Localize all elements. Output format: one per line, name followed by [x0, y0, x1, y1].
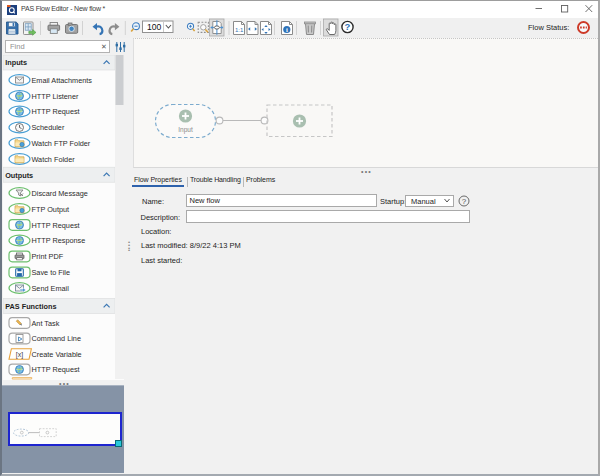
svg-text:?: ? — [345, 21, 351, 32]
svg-text:FTP Output: FTP Output — [32, 205, 70, 214]
svg-text:HTTP Listener: HTTP Listener — [32, 92, 79, 101]
svg-text:HTTP Request: HTTP Request — [32, 221, 80, 230]
svg-text:Input: Input — [178, 126, 193, 134]
svg-text:i: i — [286, 26, 288, 33]
svg-text:Watch Folder: Watch Folder — [32, 155, 76, 164]
svg-text:[x]: [x] — [16, 351, 23, 359]
svg-text:Outputs: Outputs — [5, 171, 33, 180]
svg-text:Save to File: Save to File — [32, 268, 71, 277]
svg-text:Print PDF: Print PDF — [32, 252, 64, 261]
svg-text:PAS Functions: PAS Functions — [5, 302, 56, 311]
svg-text:HTTP Response: HTTP Response — [32, 236, 86, 245]
svg-text:Watch FTP Folder: Watch FTP Folder — [32, 139, 91, 148]
svg-text:1:1: 1:1 — [235, 27, 244, 33]
svg-text:Send Email: Send Email — [32, 284, 70, 293]
svg-text:?: ? — [462, 197, 467, 206]
svg-text:Ant Task: Ant Task — [32, 319, 60, 328]
svg-text:HTTP Request: HTTP Request — [32, 365, 80, 374]
svg-text:100: 100 — [147, 22, 162, 32]
svg-text:HTTP Request: HTTP Request — [32, 107, 80, 116]
svg-text:Discard Message: Discard Message — [32, 189, 88, 198]
svg-text:Command Line: Command Line — [32, 334, 81, 343]
svg-text:Create Variable: Create Variable — [32, 350, 82, 359]
svg-text:Inputs: Inputs — [5, 58, 27, 67]
svg-text:Scheduler: Scheduler — [32, 123, 65, 132]
svg-text:Email Attachments: Email Attachments — [32, 76, 93, 85]
